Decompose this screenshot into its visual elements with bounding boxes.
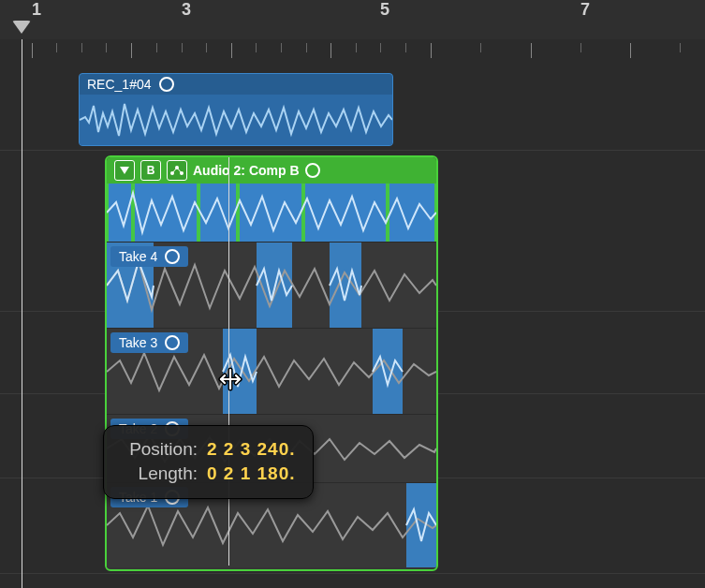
comp-title: Audio 2: Comp B bbox=[193, 163, 300, 178]
disclosure-button[interactable] bbox=[114, 160, 135, 181]
comp-header[interactable]: B Audio 2: Comp B bbox=[107, 157, 436, 184]
ruler-ticks bbox=[0, 39, 705, 60]
edit-tooltip: Position: 2 2 3 240. Length: 0 2 1 180. bbox=[103, 425, 314, 499]
playhead-line[interactable] bbox=[22, 39, 22, 588]
region-name: REC_1#04 bbox=[87, 77, 152, 92]
quick-swipe-button[interactable] bbox=[167, 160, 187, 181]
timeline-ruler[interactable]: 1 3 5 7 bbox=[0, 0, 705, 40]
take-lane[interactable]: Take 3 bbox=[107, 328, 436, 414]
comp-letter-button[interactable]: B bbox=[140, 160, 161, 181]
bar-number: 5 bbox=[380, 0, 389, 20]
region-header[interactable]: REC_1#04 bbox=[80, 74, 392, 95]
take-label[interactable]: Take 4 bbox=[110, 246, 188, 267]
waveform-icon bbox=[80, 95, 392, 145]
record-status-icon bbox=[159, 77, 174, 92]
record-status-icon bbox=[165, 249, 180, 264]
bar-number: 1 bbox=[32, 0, 41, 20]
playhead-handle[interactable] bbox=[12, 21, 31, 34]
edit-guide-line bbox=[228, 157, 229, 566]
waveform-icon bbox=[107, 184, 436, 242]
comp-dots-icon bbox=[169, 165, 185, 176]
bar-number: 3 bbox=[182, 0, 191, 20]
record-status-icon bbox=[305, 163, 320, 178]
bar-number: 7 bbox=[580, 0, 590, 20]
triangle-down-icon bbox=[120, 167, 129, 174]
take-label[interactable]: Take 3 bbox=[110, 332, 188, 353]
comp-lane[interactable] bbox=[107, 184, 436, 242]
tooltip-length-value: 0 2 1 180. bbox=[207, 462, 296, 486]
audio-region[interactable]: REC_1#04 bbox=[79, 73, 393, 146]
svg-rect-0 bbox=[80, 95, 392, 145]
tooltip-length-label: Length: bbox=[121, 462, 198, 486]
take-lane[interactable]: Take 4 bbox=[107, 242, 436, 328]
take-folder[interactable]: B Audio 2: Comp B Take 4 bbox=[105, 155, 438, 571]
tooltip-position-label: Position: bbox=[121, 437, 198, 462]
tooltip-position-value: 2 2 3 240. bbox=[207, 437, 296, 462]
record-status-icon bbox=[165, 335, 180, 350]
